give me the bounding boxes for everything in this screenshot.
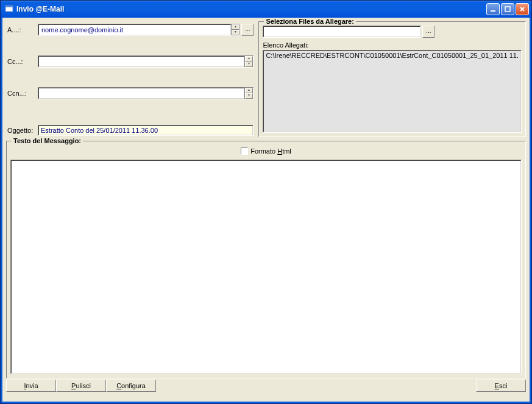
configure-button[interactable]: Configura — [106, 380, 156, 392]
app-icon — [4, 4, 14, 14]
to-spin-down[interactable]: ▾ — [232, 30, 239, 35]
minimize-button[interactable] — [486, 3, 500, 15]
cc-label: Cc...: — [6, 58, 38, 65]
bcc-spin-up[interactable]: ▴ — [245, 88, 253, 93]
attach-browse-button[interactable]: ... — [422, 26, 434, 38]
message-editor[interactable] — [10, 160, 522, 374]
maximize-button[interactable] — [501, 3, 514, 15]
message-group: Testo del Messaggio: Formato Html — [6, 141, 526, 378]
attachments-title: Seleziona Files da Allegare: — [264, 18, 355, 25]
svg-rect-2 — [491, 10, 495, 12]
button-bar: Invia Pulisci Configura Esci — [6, 380, 526, 392]
subject-value[interactable]: Estratto Conto del 25/01/2011 11.36.00 — [38, 126, 253, 135]
to-browse-button[interactable]: ... — [241, 24, 254, 36]
address-panel: A....: nome.cognome@dominio.it ▴▾ ... Cc… — [6, 21, 255, 137]
to-value[interactable]: nome.cognome@dominio.it — [38, 24, 231, 35]
format-html-label: Formato Html — [250, 147, 291, 155]
attach-item[interactable]: C:\Irene\RECCRED\ESTRCONT\C01050001\Estr… — [266, 52, 519, 59]
bcc-value[interactable] — [38, 88, 244, 99]
subject-field[interactable]: Estratto Conto del 25/01/2011 11.36.00 — [38, 125, 254, 136]
titlebar[interactable]: Invio @E-Mail — [1, 1, 531, 18]
window-title: Invio @E-Mail — [16, 5, 486, 13]
attach-list[interactable]: C:\Irene\RECCRED\ESTRCONT\C01050001\Estr… — [263, 50, 522, 133]
bcc-field[interactable]: ▴▾ — [38, 87, 254, 99]
message-title: Testo del Messaggio: — [12, 137, 83, 144]
attach-file-input[interactable] — [263, 26, 421, 38]
subject-label: Oggetto: — [6, 127, 38, 134]
bcc-spin-down[interactable]: ▾ — [245, 93, 253, 99]
cc-value[interactable] — [38, 56, 244, 67]
clear-button[interactable]: Pulisci — [56, 380, 106, 392]
message-body[interactable] — [11, 160, 521, 374]
attachments-group: Seleziona Files da Allegare: ... Elenco … — [258, 21, 526, 137]
format-html-checkbox[interactable]: Formato Html — [241, 147, 291, 155]
window-controls — [486, 3, 529, 15]
svg-rect-1 — [5, 5, 13, 7]
to-label: A....: — [6, 26, 38, 34]
to-field[interactable]: nome.cognome@dominio.it ▴▾ — [38, 24, 240, 36]
close-button[interactable] — [516, 3, 529, 15]
cc-spin-down[interactable]: ▾ — [245, 62, 253, 67]
email-window: Invio @E-Mail A....: nome.cognome@domini… — [0, 0, 532, 404]
attach-list-label: Elenco Allegati: — [263, 41, 522, 49]
send-button[interactable]: Invia — [6, 380, 56, 392]
svg-rect-3 — [505, 7, 510, 12]
cc-field[interactable]: ▴▾ — [38, 55, 254, 68]
to-spin-up[interactable]: ▴ — [232, 24, 239, 30]
checkbox-icon — [241, 147, 248, 155]
exit-button[interactable]: Esci — [476, 380, 526, 392]
client-area: A....: nome.cognome@dominio.it ▴▾ ... Cc… — [1, 18, 531, 403]
cc-spin-up[interactable]: ▴ — [245, 56, 253, 62]
bcc-label: Ccn...: — [6, 90, 38, 97]
